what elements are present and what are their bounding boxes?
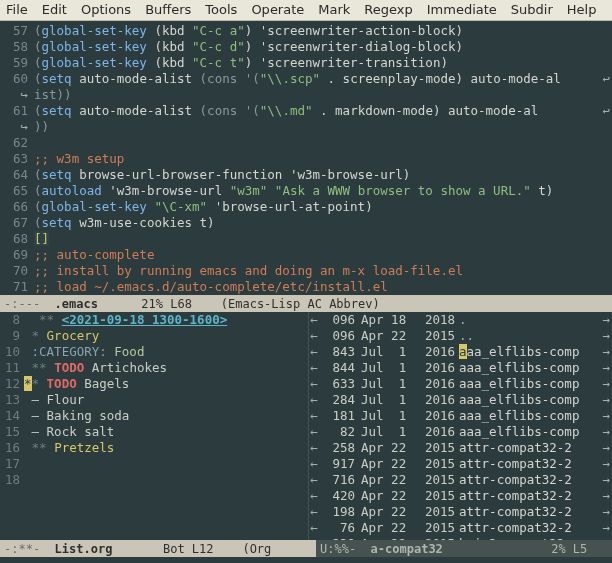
org-line: 16 ** Pretzels bbox=[0, 440, 308, 456]
dired-row[interactable]: ←096Apr 182018.→ bbox=[309, 312, 612, 328]
menu-operate[interactable]: Operate bbox=[251, 2, 304, 18]
code-line: ↪)) bbox=[0, 119, 612, 135]
modeline-position: 21% L68 bbox=[98, 296, 221, 312]
code-line: 71;; load ~/.emacs.d/auto-complete/etc/i… bbox=[0, 279, 612, 295]
modeline-top[interactable]: -:--- .emacs 21% L68 (Emacs-Lisp AC Abbr… bbox=[0, 295, 612, 312]
org-line: 18 bbox=[0, 472, 308, 488]
dired-row[interactable]: ←258Apr 222015attr-compat32-2→ bbox=[309, 440, 612, 456]
dired-row[interactable]: ←284Jul 12016aaa_elflibs-comp→ bbox=[309, 392, 612, 408]
buffer-name: .emacs bbox=[55, 296, 98, 312]
buffer-name: List.org bbox=[55, 541, 113, 557]
menu-bar: FileEditOptionsBuffersToolsOperateMarkRe… bbox=[0, 0, 612, 21]
dired-row[interactable]: ←843Jul 12016aaa_elflibs-comp→ bbox=[309, 344, 612, 360]
dired-row[interactable]: ←198Apr 222015attr-compat32-2→ bbox=[309, 504, 612, 520]
org-line: 14 – Baking soda bbox=[0, 408, 308, 424]
org-line: 9 * Grocery bbox=[0, 328, 308, 344]
menu-help[interactable]: Help bbox=[567, 2, 597, 18]
code-line: 69;; auto-complete bbox=[0, 247, 612, 263]
dired-row[interactable]: ←239Apr 222015bzip2-compat32-→ bbox=[309, 536, 612, 540]
dired-row[interactable]: ←917Apr 222015attr-compat32-2→ bbox=[309, 456, 612, 472]
buffer-name: a-compat32 bbox=[371, 541, 443, 557]
menu-options[interactable]: Options bbox=[81, 2, 131, 18]
emacs-lisp-window[interactable]: 57(global-set-key (kbd "C-c a") 'screenw… bbox=[0, 21, 612, 295]
dired-row[interactable]: ←181Jul 12016aaa_elflibs-comp→ bbox=[309, 408, 612, 424]
org-line: 17 bbox=[0, 456, 308, 472]
modeline-position: Bot L12 bbox=[112, 541, 242, 557]
code-line: 57(global-set-key (kbd "C-c a") 'screenw… bbox=[0, 23, 612, 39]
dired-row[interactable]: ←096Apr 222015..→ bbox=[309, 328, 612, 344]
code-line: 60(setq auto-mode-alist (cons '("\\.scp"… bbox=[0, 71, 612, 87]
org-line: 11 ** TODO Artichokes bbox=[0, 360, 308, 376]
menu-immediate[interactable]: Immediate bbox=[427, 2, 497, 18]
dired-window[interactable]: ←096Apr 182018.→←096Apr 222015..→←843Jul… bbox=[309, 312, 612, 540]
modeline-modes: (Emacs-Lisp AC Abbrev) bbox=[221, 296, 380, 312]
modeline-right[interactable]: U:%%- a-compat32 2% L5 bbox=[316, 540, 612, 557]
echo-area bbox=[0, 557, 612, 563]
code-line: 62 bbox=[0, 135, 612, 151]
code-line: 63;; w3m setup bbox=[0, 151, 612, 167]
code-line: 64(setq browse-url-browser-function 'w3m… bbox=[0, 167, 612, 183]
code-line: 58(global-set-key (kbd "C-c d") 'screenw… bbox=[0, 39, 612, 55]
code-line: 61(setq auto-mode-alist (cons '("\\.md" … bbox=[0, 103, 612, 119]
modeline-state: -:--- bbox=[4, 296, 55, 312]
menu-subdir[interactable]: Subdir bbox=[511, 2, 553, 18]
menu-file[interactable]: File bbox=[6, 2, 28, 18]
menu-mark[interactable]: Mark bbox=[318, 2, 350, 18]
dired-row[interactable]: ← 82Jul 12016aaa_elflibs-comp→ bbox=[309, 424, 612, 440]
dired-row[interactable]: ← 76Apr 222015attr-compat32-2→ bbox=[309, 520, 612, 536]
modeline-state: -:**- bbox=[4, 541, 55, 557]
code-line: 68[] bbox=[0, 231, 612, 247]
code-line: 67(setq w3m-use-cookies t) bbox=[0, 215, 612, 231]
org-line: 10 :CATEGORY: Food bbox=[0, 344, 308, 360]
menu-buffers[interactable]: Buffers bbox=[145, 2, 191, 18]
org-window[interactable]: 8 ** <2021-09-18 1300-1600>9 * Grocery10… bbox=[0, 312, 309, 540]
modeline-modes: (Org bbox=[242, 541, 271, 557]
code-line: 59(global-set-key (kbd "C-c t") 'screenw… bbox=[0, 55, 612, 71]
code-line: 65(autoload 'w3m-browse-url "w3m" "Ask a… bbox=[0, 183, 612, 199]
org-line: 13 – Flour bbox=[0, 392, 308, 408]
menu-regexp[interactable]: Regexp bbox=[364, 2, 412, 18]
modeline-position: 2% L5 bbox=[443, 541, 588, 557]
modeline-left[interactable]: -:**- List.org Bot L12 (Org bbox=[0, 540, 316, 557]
menu-edit[interactable]: Edit bbox=[42, 2, 67, 18]
code-line: 66(global-set-key "\C-xm" 'browse-url-at… bbox=[0, 199, 612, 215]
dired-row[interactable]: ←716Apr 222015attr-compat32-2→ bbox=[309, 472, 612, 488]
code-line: 70;; install by running emacs and doing … bbox=[0, 263, 612, 279]
dired-row[interactable]: ←633Jul 12016aaa_elflibs-comp→ bbox=[309, 376, 612, 392]
modeline-state: U:%%- bbox=[320, 541, 371, 557]
menu-tools[interactable]: Tools bbox=[205, 2, 237, 18]
org-line: 15 – Rock salt bbox=[0, 424, 308, 440]
org-line: 8 ** <2021-09-18 1300-1600> bbox=[0, 312, 308, 328]
org-line: 12** TODO Bagels bbox=[0, 376, 308, 392]
dired-row[interactable]: ←844Jul 12016aaa_elflibs-comp→ bbox=[309, 360, 612, 376]
code-line: ↪ist)) bbox=[0, 87, 612, 103]
dired-row[interactable]: ←420Apr 222015attr-compat32-2→ bbox=[309, 488, 612, 504]
